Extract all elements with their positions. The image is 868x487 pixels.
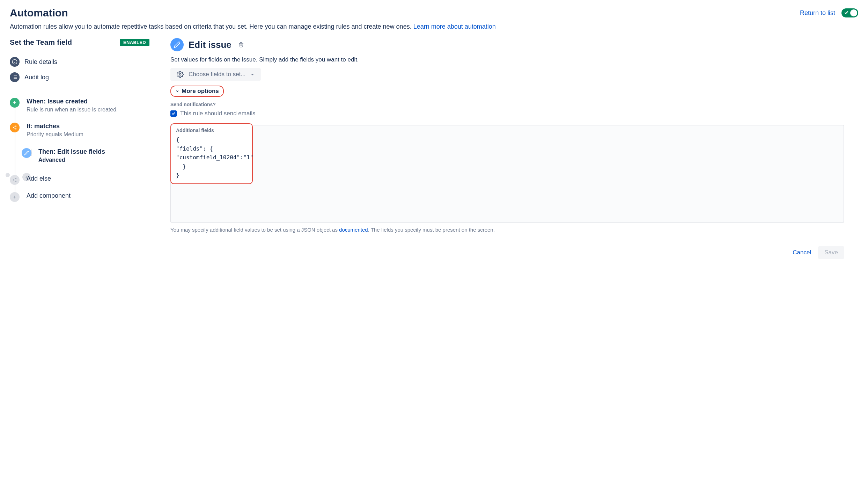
trash-icon[interactable] (238, 42, 244, 48)
add-else-label: Add else (27, 175, 149, 182)
action-sub: Advanced (38, 157, 149, 163)
action-title: Then: Edit issue fields (38, 148, 149, 155)
rule-name: Set the Team field (10, 38, 72, 46)
svg-point-13 (15, 128, 17, 130)
check-icon (844, 10, 849, 15)
more-options-label: More options (182, 88, 219, 95)
panel-desc: Set values for fields on the issue. Simp… (170, 56, 844, 63)
svg-point-12 (13, 127, 14, 128)
list-icon (10, 72, 20, 82)
additional-fields-highlight: Additional fields { "fields": { "customf… (170, 123, 253, 184)
return-to-list-link[interactable]: Return to list (800, 9, 835, 17)
trigger-title: When: Issue created (27, 98, 149, 105)
choose-fields-label: Choose fields to set... (189, 71, 245, 78)
trigger-step[interactable]: When: Issue created Rule is run when an … (15, 98, 149, 113)
svg-point-11 (15, 125, 17, 127)
svg-line-14 (14, 126, 15, 127)
plus-icon (10, 98, 20, 108)
status-badge: ENABLED (120, 39, 149, 46)
add-component-label: Add component (27, 192, 149, 199)
help-prefix: You may specify additional field values … (170, 227, 339, 233)
nav-audit-log[interactable]: Audit log (10, 70, 149, 85)
svg-point-19 (13, 179, 14, 181)
documented-link[interactable]: documented (339, 227, 368, 233)
gear-icon (177, 71, 184, 78)
action-step[interactable]: Then: Edit issue fields Advanced (27, 141, 149, 163)
svg-point-23 (179, 74, 181, 75)
condition-step[interactable]: If: matches Priority equals Medium (15, 123, 149, 138)
nav-rule-details-label: Rule details (24, 58, 57, 66)
condition-title: If: matches (27, 123, 149, 130)
send-emails-checkbox[interactable] (170, 110, 177, 117)
rule-timeline: When: Issue created Rule is run when an … (10, 98, 149, 199)
more-options-toggle[interactable]: More options (170, 86, 224, 97)
chevron-down-icon (250, 72, 255, 77)
chevron-down-icon (175, 89, 179, 93)
condition-sub: Priority equals Medium (27, 131, 149, 138)
svg-point-20 (15, 181, 17, 182)
send-notifications-heading: Send notifications? (170, 102, 844, 107)
pencil-icon (170, 38, 184, 51)
divider (10, 90, 149, 90)
svg-point-18 (15, 178, 17, 179)
add-component-step[interactable]: Add component (15, 192, 149, 199)
help-text: You may specify additional field values … (170, 226, 844, 234)
page-title: Automation (10, 7, 68, 19)
branch-icon (10, 123, 20, 132)
info-icon (10, 57, 20, 67)
send-emails-label: This rule should send emails (180, 110, 255, 117)
toggle-knob (850, 9, 857, 16)
svg-line-15 (14, 128, 15, 129)
save-button[interactable]: Save (818, 246, 844, 259)
additional-fields-code: { "fields": { "customfield_10204":"1" } … (176, 135, 247, 180)
branch-icon (10, 175, 20, 185)
nav-audit-log-label: Audit log (24, 74, 49, 81)
learn-more-link[interactable]: Learn more about automation (413, 23, 496, 30)
small-add-node[interactable] (6, 173, 10, 177)
help-suffix: . The fields you specify must be present… (368, 227, 495, 233)
add-else-step[interactable]: Add else (15, 175, 149, 182)
pencil-icon (22, 148, 31, 158)
panel-title: Edit issue (189, 39, 231, 50)
cancel-button[interactable]: Cancel (793, 249, 811, 256)
additional-fields-heading: Additional fields (176, 128, 247, 133)
nav-rule-details[interactable]: Rule details (10, 54, 149, 70)
choose-fields-dropdown[interactable]: Choose fields to set... (170, 68, 261, 81)
intro-text: Automation rules allow you to automate r… (10, 23, 858, 30)
rule-enabled-toggle[interactable] (841, 8, 858, 17)
additional-fields-textarea[interactable] (170, 125, 844, 223)
intro-prefix: Automation rules allow you to automate r… (10, 23, 413, 30)
trigger-sub: Rule is run when an issue is created. (27, 107, 149, 113)
plus-icon (10, 192, 20, 202)
